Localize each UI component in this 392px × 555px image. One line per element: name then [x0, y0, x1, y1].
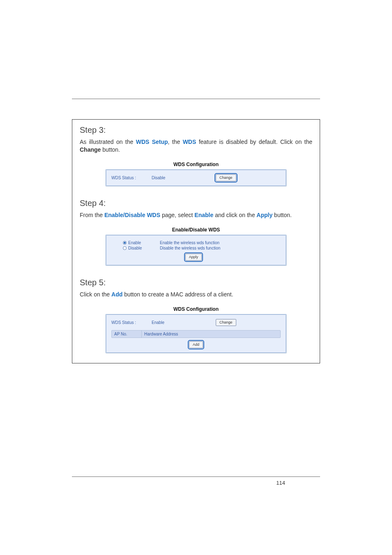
top-divider	[72, 99, 320, 99]
step3-paragraph: As illustrated on the WDS Setup, the WDS…	[80, 138, 312, 154]
page: Step 3: As illustrated on the WDS Setup,…	[0, 0, 392, 555]
wds-config-panel-2: WDS Configuration WDS Status : Enable Ch…	[106, 304, 286, 353]
change-term: Change	[80, 146, 101, 153]
apply-term: Apply	[256, 212, 272, 218]
step5-heading: Step 5:	[80, 278, 312, 287]
content-box: Step 3: As illustrated on the WDS Setup,…	[72, 119, 320, 363]
text: , the	[168, 139, 183, 145]
apply-wrap: Apply	[123, 254, 281, 261]
step4-heading: Step 4:	[80, 199, 312, 208]
text: feature is disabled by default. Click on…	[196, 139, 312, 145]
enable-disable-panel: Enable/Disable WDS Enable Enable the wir…	[106, 225, 286, 266]
apply-button[interactable]: Apply	[185, 254, 202, 261]
step5-paragraph: Click on the Add button to create a MAC …	[80, 291, 312, 298]
page-number: 114	[276, 480, 285, 486]
panel-border: WDS Status : Disable Change	[106, 169, 286, 186]
text: button to create a MAC address of a clie…	[122, 291, 233, 298]
wds-setup-term: WDS Setup	[136, 139, 168, 145]
enable-disable-wds-term: Enable/Disable WDS	[104, 212, 160, 218]
bottom-divider	[72, 476, 320, 477]
enable-row: Enable Enable the wireless wds function	[123, 240, 281, 245]
col-ap-no: AP No.	[112, 331, 142, 338]
text: As illustrated on the	[80, 139, 136, 145]
add-term: Add	[111, 291, 122, 298]
panel-title: WDS Configuration	[106, 304, 286, 314]
enable-label: Enable	[128, 240, 141, 245]
radio-enable[interactable]	[123, 241, 127, 245]
disable-desc: Disable the wireless wds function	[160, 246, 220, 250]
status-row: WDS Status : Disable Change	[111, 174, 281, 181]
panel-body: Enable Enable the wireless wds function …	[106, 235, 286, 265]
ap-table-header: AP No. Hardware Address	[111, 330, 281, 338]
panel-body: WDS Status : Enable Change AP No. Hardwa…	[106, 314, 286, 353]
text: and click on the	[213, 212, 256, 218]
panel-title: Enable/Disable WDS	[106, 225, 286, 235]
radio-disable[interactable]	[123, 246, 127, 250]
wds-status-value: Disable	[152, 176, 193, 180]
panel-body: WDS Status : Disable Change	[106, 170, 286, 186]
disable-label: Disable	[128, 246, 142, 250]
wds-config-panel-1: WDS Configuration WDS Status : Disable C…	[106, 160, 286, 186]
text: button.	[101, 146, 120, 153]
text: button.	[272, 212, 292, 218]
status-row: WDS Status : Enable Change	[111, 319, 281, 326]
add-wrap: Add	[111, 341, 281, 348]
panel-border: Enable Enable the wireless wds function …	[106, 235, 286, 266]
wds-status-value: Enable	[152, 320, 193, 325]
enable-term: Enable	[194, 212, 213, 218]
panel-border: WDS Status : Enable Change AP No. Hardwa…	[106, 314, 286, 353]
wds-status-label: WDS Status :	[111, 176, 148, 180]
col-hw-address: Hardware Address	[142, 331, 280, 338]
add-button[interactable]: Add	[189, 341, 203, 348]
wds-term: WDS	[183, 139, 196, 145]
enable-desc: Enable the wireless wds function	[160, 240, 219, 245]
step3-heading: Step 3:	[80, 125, 312, 135]
change-button[interactable]: Change	[216, 174, 236, 181]
change-button[interactable]: Change	[216, 319, 236, 326]
text: Click on the	[80, 291, 111, 298]
step4-paragraph: From the Enable/Disable WDS page, select…	[80, 211, 312, 219]
text: From the	[80, 212, 104, 218]
panel-title: WDS Configuration	[106, 160, 286, 169]
text: page, select	[160, 212, 194, 218]
disable-row: Disable Disable the wireless wds functio…	[123, 246, 281, 250]
wds-status-label: WDS Status :	[111, 320, 148, 325]
